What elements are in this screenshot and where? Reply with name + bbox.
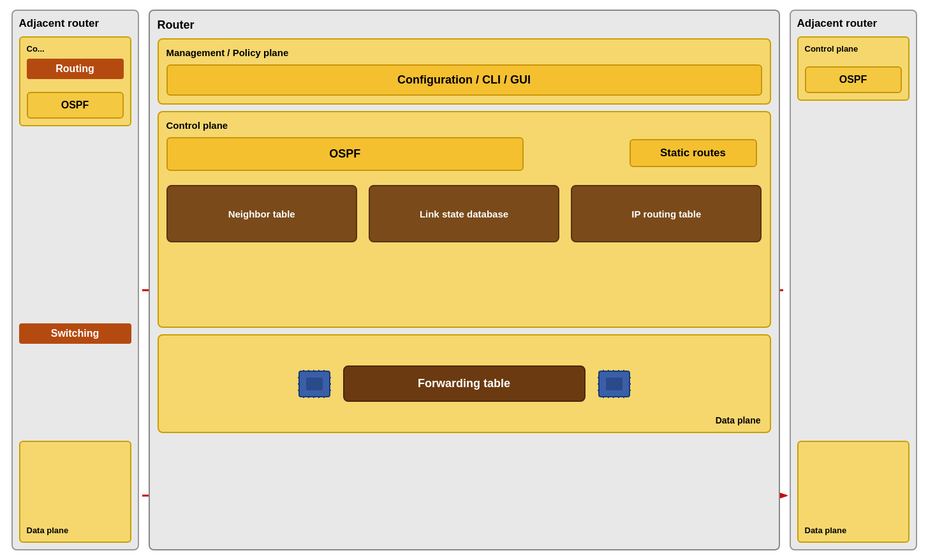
left-ospf-box: OSPF [27, 92, 124, 119]
right-adj-cp-label: Control plane [805, 44, 902, 54]
main-router-title: Router [158, 18, 771, 32]
svg-rect-36 [306, 378, 323, 390]
right-adj-control-plane: Control plane OSPF [797, 36, 910, 101]
right-chip-icon [596, 370, 633, 398]
svg-rect-54 [606, 378, 622, 390]
static-routes-box: Static routes [630, 139, 757, 167]
left-adjacent-router: Adjacent router Co... Routing OSPF Switc… [11, 10, 139, 550]
control-plane-title: Control plane [166, 120, 762, 131]
left-adj-co-label: Co... [27, 44, 124, 54]
mgmt-plane: Management / Policy plane Configuration … [158, 38, 771, 105]
right-adj-data-plane: Data plane [797, 441, 910, 543]
control-plane: Control plane Static routes OSPF Neighbo… [158, 111, 771, 328]
link-state-db-box: Link state database [369, 185, 559, 242]
main-data-plane: Forwarding table [158, 334, 771, 433]
left-adj-data-plane: Data plane [19, 441, 131, 543]
forwarding-table-box: Forwarding table [343, 365, 586, 402]
neighbor-table-box: Neighbor table [166, 185, 357, 242]
main-data-plane-label: Data plane [716, 415, 761, 425]
mgmt-plane-title: Management / Policy plane [166, 47, 762, 58]
left-adj-data-plane-label: Data plane [27, 526, 124, 535]
switching-label: Switching [19, 323, 131, 344]
right-adj-title: Adjacent router [797, 17, 910, 30]
ip-routing-table-box: IP routing table [571, 185, 762, 242]
right-adj-data-plane-label: Data plane [805, 526, 902, 535]
tables-row: Neighbor table Link state database IP ro… [166, 185, 762, 242]
right-adjacent-router: Adjacent router Control plane OSPF Data … [790, 10, 917, 550]
main-router: Router Management / Policy plane Configu… [149, 10, 780, 550]
routing-label: Routing [27, 59, 124, 79]
left-chip-icon [296, 370, 333, 398]
right-ospf-box: OSPF [805, 66, 902, 93]
cli-box: Configuration / CLI / GUI [166, 64, 762, 96]
left-adj-title: Adjacent router [19, 17, 131, 30]
left-adj-control-plane: Co... Routing OSPF [19, 36, 131, 126]
ospf-main-box: OSPF [166, 137, 524, 171]
